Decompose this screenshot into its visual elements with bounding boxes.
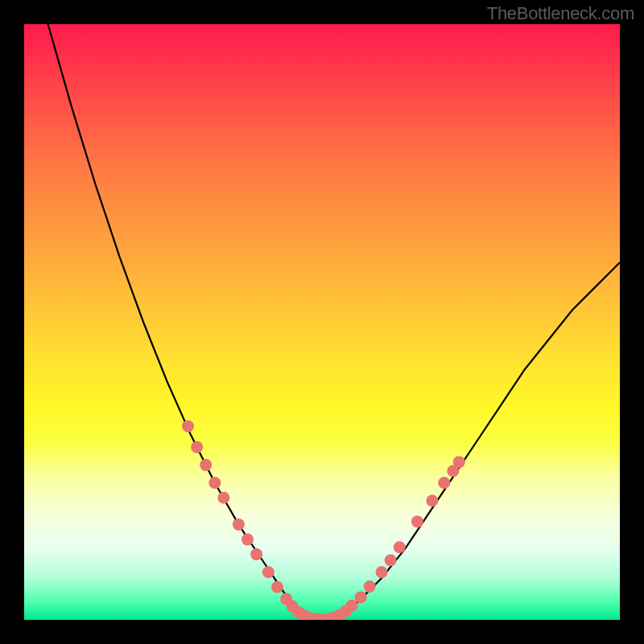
data-marker (191, 441, 203, 453)
bottleneck-curve (48, 24, 620, 620)
data-marker (182, 420, 194, 432)
data-marker (355, 591, 367, 603)
data-marker (217, 492, 229, 504)
data-marker (233, 518, 245, 530)
curve-layer (24, 24, 620, 620)
data-marker (271, 581, 283, 593)
plot-area (24, 24, 620, 620)
data-marker (426, 495, 438, 507)
data-marker (376, 566, 388, 578)
data-marker (200, 459, 212, 471)
data-marker (346, 600, 358, 612)
data-marker (385, 555, 397, 567)
data-marker (242, 534, 254, 546)
data-marker (453, 456, 465, 468)
data-marker (262, 566, 275, 578)
data-marker (208, 477, 221, 489)
chart-frame: TheBottleneck.com (0, 0, 644, 644)
data-marker (411, 515, 423, 527)
watermark-text: TheBottleneck.com (487, 3, 634, 24)
marker-group (182, 420, 465, 620)
data-marker (438, 477, 450, 489)
data-marker (364, 580, 376, 592)
data-marker (250, 548, 262, 560)
data-marker (394, 541, 406, 553)
